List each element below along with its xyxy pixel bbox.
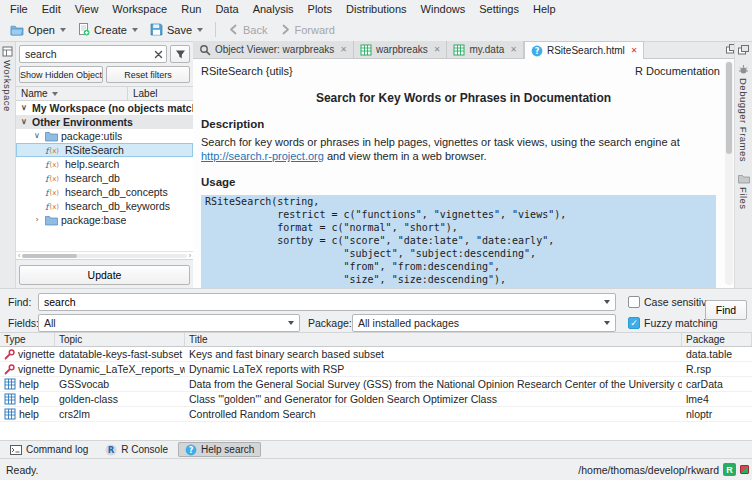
case-sensitive-checkbox[interactable]: Case sensitive	[628, 295, 712, 309]
close-tab-icon[interactable]: ✕	[434, 45, 441, 54]
cell-title: Keys and fast binary search based subset	[185, 347, 682, 361]
workspace-browser-panel: Show Hidden Objects Reset filters Name L…	[16, 42, 193, 288]
close-tab-icon[interactable]: ✕	[510, 45, 517, 54]
menu-data[interactable]: Data	[208, 0, 245, 18]
menu-settings[interactable]: Settings	[472, 0, 526, 18]
bottom-tab-label: R Console	[121, 444, 168, 455]
result-row-crs2lm[interactable]: helpcrs2lmControlled Random Searchnloptr	[0, 407, 752, 422]
column-header-topic[interactable]: Topic	[55, 333, 185, 346]
description-post: and view them in a web browser.	[324, 150, 487, 162]
column-header-name[interactable]: Name	[16, 87, 128, 100]
scrollbar-thumb[interactable]	[22, 254, 77, 258]
forward-button-label: Forward	[295, 24, 335, 36]
open-button[interactable]: Open	[4, 20, 72, 40]
tree-item-hsearch-db[interactable]: f(x)hsearch_db	[16, 171, 193, 185]
tree-item-rsitesearch[interactable]: f(x)RSiteSearch	[16, 143, 193, 157]
menu-analysis[interactable]: Analysis	[246, 0, 301, 18]
status-text: Ready.	[6, 464, 39, 476]
menu-file[interactable]: File	[3, 0, 35, 18]
vignette-icon	[4, 364, 15, 375]
object-tree-box: Name Label ∨My Workspace (no objects mat…	[16, 86, 193, 260]
cell-type: help	[0, 377, 55, 391]
result-row-datatable-keys-fast-subset[interactable]: vignettedatatable-keys-fast-subsetKeys a…	[0, 347, 752, 362]
create-button[interactable]: Create	[72, 20, 144, 40]
tree-item-hsearch-db-concepts[interactable]: f(x)hsearch_db_concepts	[16, 185, 193, 199]
cell-type: vignette	[0, 362, 55, 376]
tab-rsitesearch-html[interactable]: ?RSiteSearch.html✕	[524, 41, 645, 59]
menu-windows[interactable]: Windows	[414, 0, 473, 18]
update-button[interactable]: Update	[19, 265, 190, 285]
menu-workspace[interactable]: Workspace	[105, 0, 174, 18]
scroll-left-icon[interactable]: ‹	[18, 252, 20, 259]
collapse-icon[interactable]: ∨	[19, 101, 29, 115]
package-combobox[interactable]: All installed packages	[352, 314, 616, 332]
checkbox-box[interactable]: ✓	[628, 317, 640, 329]
close-tab-icon[interactable]: ✕	[340, 45, 347, 54]
tree-horizontal-scrollbar[interactable]: ‹ ›	[16, 251, 193, 259]
filter-options-button[interactable]	[170, 45, 190, 63]
fuzzy-matching-checkbox[interactable]: ✓ Fuzzy matching	[628, 316, 718, 330]
tree-item-package-base[interactable]: ›package:base	[16, 213, 193, 227]
workspace-search-field[interactable]	[19, 45, 167, 63]
search-r-project-link[interactable]: http://search.r-project.org	[201, 150, 324, 162]
tab-warpbreaks[interactable]: warpbreaks✕	[354, 41, 447, 58]
document-vertical-scrollbar[interactable]	[725, 61, 733, 285]
column-header-package[interactable]: Package	[682, 333, 752, 346]
tree-item-hsearch-db-keywords[interactable]: f(x)hsearch_db_keywords	[16, 199, 193, 213]
forward-button[interactable]: Forward	[274, 20, 341, 40]
column-header-type[interactable]: Type	[0, 333, 55, 346]
clear-search-icon[interactable]	[154, 50, 163, 59]
tree-item-my-workspace-no-objects-matching-filter[interactable]: ∨My Workspace (no objects matching filte…	[16, 101, 193, 115]
tab-r-console[interactable]: RR Console	[98, 442, 175, 457]
dock-tab-debugger-frames[interactable]: Debugger Frames	[738, 61, 749, 165]
scrollbar-thumb[interactable]	[726, 62, 732, 154]
usage-code-block[interactable]: RSiteSearch(string, restrict = c("functi…	[201, 195, 716, 288]
menu-distributions[interactable]: Distributions	[339, 0, 414, 18]
save-button[interactable]: Save	[144, 20, 209, 40]
type-label: help	[19, 393, 39, 405]
result-row-golden-class[interactable]: helpgolden-classClass '"golden"' and Gen…	[0, 392, 752, 407]
function-icon: f(x)	[45, 201, 62, 211]
tab-object-viewer-warpbreaks[interactable]: Object Viewer: warpbreaks✕	[193, 41, 354, 58]
tab-label: Object Viewer: warpbreaks	[215, 44, 334, 55]
tree-item-package-utils[interactable]: ∨package:utils	[16, 129, 193, 143]
files-icon	[738, 174, 750, 184]
column-header-label[interactable]: Label	[128, 87, 157, 100]
tab-command-log[interactable]: Command log	[3, 442, 95, 457]
float-dock-icon[interactable]	[738, 45, 749, 55]
result-row-gssvocab[interactable]: helpGSSvocabData from the General Social…	[0, 377, 752, 392]
tab-help-search[interactable]: ?Help search	[178, 442, 261, 457]
close-tab-icon[interactable]: ✕	[631, 46, 638, 55]
show-hidden-objects-button[interactable]: Show Hidden Objects	[19, 66, 103, 83]
checkbox-box[interactable]	[628, 296, 640, 308]
chevron-down-icon	[288, 321, 294, 325]
result-row-dynamic-latex-reports-with-rsp[interactable]: vignetteDynamic_LaTeX_reports_with_RSPDy…	[0, 362, 752, 377]
tree-item-label: hsearch_db	[65, 171, 120, 185]
dock-tab-files[interactable]: Files	[738, 171, 750, 213]
back-button[interactable]: Back	[222, 20, 273, 40]
fields-combobox[interactable]: All	[38, 314, 300, 332]
menu-view[interactable]: View	[68, 0, 106, 18]
collapse-icon[interactable]: ∨	[19, 115, 29, 129]
scrollbar-track[interactable]	[22, 254, 186, 258]
collapse-icon[interactable]: ∨	[32, 129, 42, 143]
scroll-right-icon[interactable]: ›	[189, 252, 191, 259]
tree-item-other-environments[interactable]: ∨Other Environments	[16, 115, 193, 129]
r-engine-badge[interactable]: R	[723, 463, 736, 476]
workspace-icon	[2, 46, 13, 57]
find-term-input[interactable]	[39, 296, 604, 308]
type-label: help	[19, 378, 39, 390]
tab-my-data[interactable]: my.data✕	[447, 41, 524, 58]
menu-help[interactable]: Help	[526, 0, 563, 18]
type-label: vignette	[18, 363, 55, 375]
workspace-search-input[interactable]	[20, 46, 166, 62]
tab-workspace[interactable]: Workspace	[2, 60, 13, 112]
menu-plots[interactable]: Plots	[301, 0, 339, 18]
column-header-title[interactable]: Title	[185, 333, 682, 346]
expand-icon[interactable]: ›	[32, 213, 42, 227]
tree-item-help-search[interactable]: f(x)help.search	[16, 157, 193, 171]
find-term-combobox[interactable]	[38, 293, 616, 311]
reset-filters-button[interactable]: Reset filters	[106, 66, 190, 83]
menu-edit[interactable]: Edit	[35, 0, 68, 18]
menu-run[interactable]: Run	[174, 0, 208, 18]
